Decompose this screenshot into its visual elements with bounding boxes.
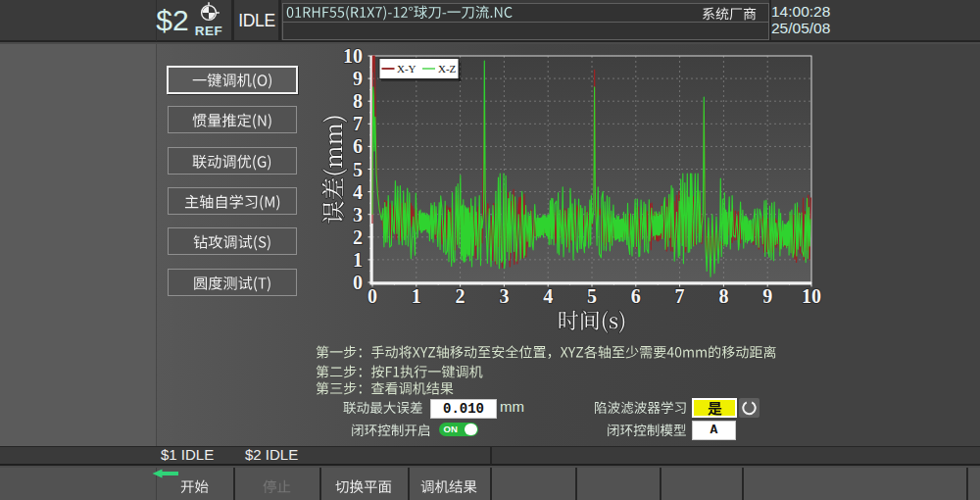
svg-text:1: 1 — [412, 285, 421, 307]
svg-text:6: 6 — [353, 135, 363, 157]
svg-text:5: 5 — [587, 285, 597, 307]
svg-text:9: 9 — [762, 285, 772, 307]
svg-text:6: 6 — [631, 285, 641, 307]
svg-text:X-Y: X-Y — [397, 63, 416, 75]
svg-text:X-Z: X-Z — [438, 63, 457, 75]
svg-text:7: 7 — [353, 113, 363, 134]
svg-text:4: 4 — [543, 285, 553, 307]
svg-text:10: 10 — [343, 45, 363, 67]
svg-text:0: 0 — [353, 272, 363, 293]
svg-text:8: 8 — [718, 285, 728, 307]
svg-text:1: 1 — [353, 249, 363, 271]
svg-text:2: 2 — [456, 285, 466, 307]
svg-text:3: 3 — [499, 285, 509, 307]
svg-text:8: 8 — [353, 90, 363, 112]
svg-text:7: 7 — [675, 285, 685, 307]
svg-text:5: 5 — [353, 159, 363, 180]
svg-text:4: 4 — [353, 181, 363, 203]
svg-text:9: 9 — [353, 68, 363, 89]
svg-text:3: 3 — [353, 204, 363, 225]
svg-text:0: 0 — [368, 285, 377, 307]
svg-text:10: 10 — [802, 285, 821, 307]
svg-text:2: 2 — [353, 226, 363, 248]
